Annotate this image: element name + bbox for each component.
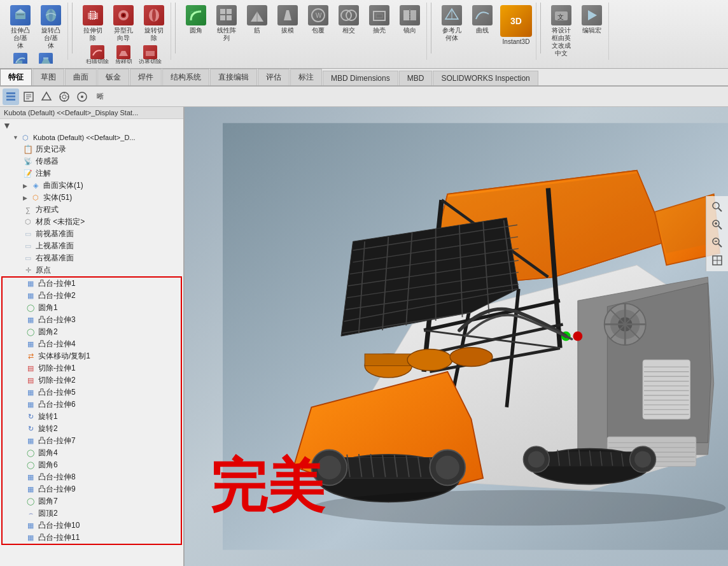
tree-item-boss3[interactable]: ▦ 凸台-拉伸3 <box>3 314 181 326</box>
tree-item-fillet6[interactable]: ◯ 圆角6 <box>3 459 181 471</box>
svg-text:文: 文 <box>557 13 564 20</box>
fillet4-label: 圆角4 <box>38 448 58 458</box>
tree-item-fillet7[interactable]: ◯ 圆角7 <box>3 495 181 507</box>
root-icon: ⬡ <box>20 132 31 143</box>
design-language-button[interactable]: 文 将设计框由英文改成中文 <box>547 4 575 59</box>
revolve1-icon: ↻ <box>25 412 36 422</box>
tree-item-move1[interactable]: ⇄ 实体移动/复制1 <box>3 350 181 362</box>
tree-item-boss6[interactable]: ▦ 凸台-拉伸6 <box>3 399 181 411</box>
tree-item-equation[interactable]: ∑ 方程式 <box>0 204 183 216</box>
instant3d-button[interactable]: 3D Instant3D <box>499 4 533 47</box>
tree-item-boss2[interactable]: ▦ 凸台-拉伸2 <box>3 290 181 302</box>
tree-item-sensor[interactable]: 📡 传感器 <box>0 155 183 167</box>
tab-sheet-metal[interactable]: 钣金 <box>97 69 129 85</box>
boss11-label: 凸台-拉伸11 <box>38 532 80 543</box>
material-label: 材质 <未指定> <box>36 216 85 227</box>
tree-item-dome2[interactable]: ⌢ 圆顶2 <box>3 507 181 520</box>
tree-item-root[interactable]: ▼ ⬡ Kubota (Default) <<Default>_D... <box>0 132 183 143</box>
property-manager-icon[interactable] <box>20 88 37 105</box>
tree-item-front-plane[interactable]: ▭ 前视基准面 <box>0 228 183 240</box>
revolve-cut-button[interactable]: 旋转切除 <box>140 4 168 43</box>
tree-item-boss4[interactable]: ▦ 凸台-拉伸4 <box>3 338 181 350</box>
tree-item-boss11[interactable]: ▦ 凸台-拉伸11 <box>3 532 181 544</box>
config-manager-icon[interactable] <box>38 88 55 105</box>
display-manager-icon[interactable] <box>74 88 90 105</box>
tab-annotation[interactable]: 标注 <box>290 69 322 85</box>
tree-item-history[interactable]: 📋 历史记录 <box>0 143 183 155</box>
boss-extrude-button[interactable]: 拉伸凸台/基体 <box>6 4 34 51</box>
linear-pattern-button[interactable]: 线性阵列 <box>213 4 241 43</box>
reference-geometry-button[interactable]: 参考几何体 <box>438 4 466 43</box>
shell-button[interactable]: 抽壳 <box>365 4 393 36</box>
settings-icon[interactable]: 晰 <box>92 88 108 105</box>
zoom-in-icon[interactable] <box>709 216 725 233</box>
draft-button[interactable]: 拔模 <box>274 4 302 36</box>
tree-item-material[interactable]: ⬡ 材质 <未指定> <box>0 216 183 228</box>
revolve-extrude-button[interactable]: 旋转凸台/基体 <box>37 4 65 51</box>
tg5-row: 文 将设计框由英文改成中文 编辑宏 <box>547 4 606 59</box>
tab-sketch[interactable]: 草图 <box>32 69 64 85</box>
tg3-row: 圆角 线性阵列 筋 拔 <box>182 4 424 43</box>
tg4-row: 参考几何体 曲线 3D Instant3D <box>438 4 533 47</box>
sweep-button[interactable]: 扫描 <box>11 52 29 64</box>
tab-evaluate[interactable]: 评估 <box>258 69 290 85</box>
machine-render: 完美 <box>185 107 728 566</box>
intersect-button[interactable]: 相交 <box>335 4 363 36</box>
viewport[interactable]: 完美 <box>185 107 728 566</box>
tree-item-note[interactable]: 📝 注解 <box>0 167 183 180</box>
target-icon[interactable] <box>56 88 73 105</box>
tree-item-boss10[interactable]: ▦ 凸台-拉伸10 <box>3 520 181 532</box>
filter-icon[interactable]: ▼ <box>3 120 11 131</box>
boundary-cut-button[interactable]: 边界切除 <box>137 45 164 64</box>
tree-item-origin[interactable]: ✛ 原点 <box>0 264 183 276</box>
cut-extrude-button[interactable]: 拉伸切除 <box>79 4 107 43</box>
tab-sw-inspection[interactable]: SOLIDWORKS Inspection <box>433 71 538 85</box>
tab-surface[interactable]: 曲面 <box>65 69 97 85</box>
rib-button[interactable]: 筋 <box>243 4 271 36</box>
tab-structure[interactable]: 结构系统 <box>162 69 209 85</box>
tree-item-cut2[interactable]: ▤ 切除-拉伸2 <box>3 374 181 386</box>
fillet-button[interactable]: 圆角 <box>182 4 210 36</box>
tree-item-fillet4[interactable]: ◯ 圆角4 <box>3 447 181 459</box>
tab-feature[interactable]: 特征 <box>0 69 32 85</box>
tab-weldment[interactable]: 焊件 <box>130 69 162 85</box>
svg-marker-1 <box>15 9 25 13</box>
tab-mbd[interactable]: MBD <box>399 71 433 85</box>
svg-rect-0 <box>15 13 25 19</box>
tree-item-boss1[interactable]: ▦ 凸台-拉伸1 <box>3 278 181 290</box>
tree-item-boss9[interactable]: ▦ 凸台-拉伸9 <box>3 483 181 495</box>
toolbar-group-2: 拉伸切除 异型孔向导 旋转切除 <box>76 3 171 60</box>
move1-label: 实体移动/复制1 <box>38 351 90 362</box>
tree-item-boss7[interactable]: ▦ 凸台-拉伸7 <box>3 435 181 447</box>
tree-item-revolve2[interactable]: ↻ 旋转2 <box>3 423 181 435</box>
tree-item-boss8[interactable]: ▦ 凸台-拉伸8 <box>3 471 181 483</box>
svg-text:W: W <box>316 12 322 19</box>
feature-manager-icon[interactable] <box>3 88 19 105</box>
macro-edit-button[interactable]: 编辑宏 <box>578 4 606 36</box>
tree-item-boss5[interactable]: ▦ 凸台-拉伸5 <box>3 386 181 399</box>
tree-item-cut1[interactable]: ▤ 切除-拉伸1 <box>3 362 181 374</box>
tab-mbd-dimensions[interactable]: MBD Dimensions <box>323 71 398 85</box>
sweep-cut-button[interactable]: 扫描切除 <box>84 45 111 64</box>
tab-direct-edit[interactable]: 直接编辑 <box>210 69 257 85</box>
tree-item-fillet1[interactable]: ◯ 圆角1 <box>3 302 181 314</box>
mirror-button[interactable]: 镜向 <box>396 4 424 36</box>
zoom-out-icon[interactable] <box>709 234 725 251</box>
loft-cut-button[interactable]: 放样切除 <box>113 45 134 64</box>
hole-wizard-button[interactable]: 异型孔向导 <box>109 4 137 43</box>
tree-item-top-plane[interactable]: ▭ 上视基准面 <box>0 240 183 252</box>
tree-item-surface-body[interactable]: ▶ ◈ 曲面实体(1) <box>0 180 183 192</box>
tree-item-body[interactable]: ▶ ⬡ 实体(51) <box>0 192 183 204</box>
view-orient-icon[interactable] <box>709 252 725 269</box>
fillet7-label: 圆角7 <box>38 496 58 507</box>
svg-rect-16 <box>146 51 155 56</box>
tree-item-fillet2[interactable]: ◯ 圆角2 <box>3 326 181 338</box>
svg-marker-32 <box>410 10 416 20</box>
zoom-fit-icon[interactable] <box>709 199 725 215</box>
tree-item-right-plane[interactable]: ▭ 右视基准面 <box>0 252 183 264</box>
tree-item-revolve1[interactable]: ↻ 旋转1 <box>3 411 181 423</box>
svg-rect-29 <box>376 14 382 18</box>
wrap-button[interactable]: W 包覆 <box>304 4 332 36</box>
loft-button[interactable]: 放样凸台/基体 <box>32 52 60 64</box>
curves-button[interactable]: 曲线 <box>468 4 496 36</box>
